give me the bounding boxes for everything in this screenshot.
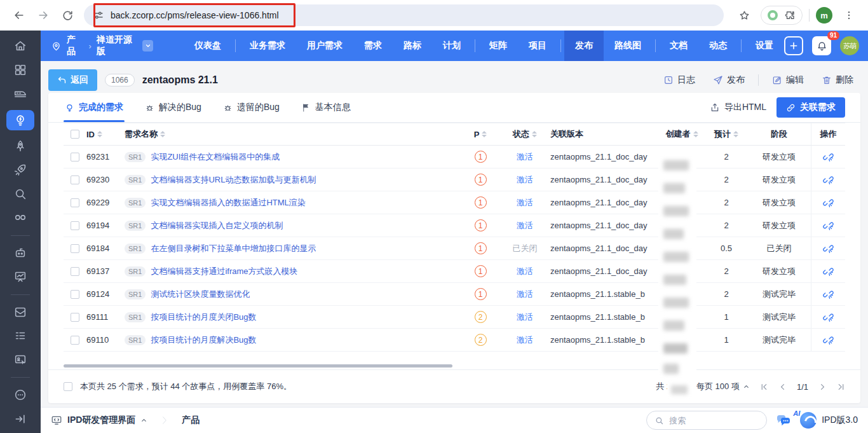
extensions-puzzle-icon[interactable] (784, 10, 796, 21)
row-checkbox[interactable] (64, 260, 86, 282)
unlink-icon[interactable] (823, 312, 834, 322)
extension-status-icon[interactable] (768, 10, 778, 20)
browser-reload-icon[interactable] (57, 5, 78, 25)
apps-grid-icon[interactable] (12, 62, 29, 78)
workspace-switcher[interactable]: IPD研发管理界面 (51, 415, 147, 426)
bi-board-icon[interactable] (12, 269, 29, 285)
home-icon[interactable] (12, 38, 29, 54)
unlink-icon[interactable] (823, 151, 834, 162)
row-checkbox[interactable] (64, 329, 86, 351)
row-checkbox[interactable] (64, 214, 86, 237)
row-checkbox[interactable] (64, 283, 86, 305)
devops-infinity-icon[interactable] (12, 210, 29, 226)
row-checkbox[interactable] (64, 191, 86, 214)
table-row[interactable]: 69231 SR1实现ZUI组件在文档编辑器中的集成 1 激活 zentaopm… (64, 146, 845, 168)
table-row[interactable]: 69111 SR1按项目统计的月度关闭Bug数 2 激活 zentaopms_2… (64, 306, 845, 329)
user-avatar[interactable]: 苏萌 (840, 36, 859, 55)
rocket-flying-icon[interactable] (12, 162, 29, 178)
column-header-priority[interactable]: P (474, 130, 487, 139)
nav-item-release[interactable]: 发布 (564, 31, 604, 61)
current-product-name[interactable]: 禅道开源版 (97, 34, 139, 57)
story-title-link[interactable]: 文档编辑器实现插入自定义项的机制 (151, 220, 283, 231)
unlink-icon[interactable] (823, 197, 834, 208)
log-button[interactable]: 日志 (656, 74, 702, 86)
bookmark-star-icon[interactable] (734, 5, 754, 25)
horizontal-scrollbar[interactable] (64, 364, 452, 368)
global-search[interactable] (646, 411, 767, 430)
unlink-icon[interactable] (823, 289, 834, 299)
nav-item-story[interactable]: 需求 (353, 31, 393, 61)
tab-left-bugs[interactable]: 遗留的Bug (222, 93, 281, 122)
prev-page-icon[interactable] (778, 383, 787, 391)
ai-robot-icon[interactable] (12, 245, 29, 261)
story-title-link[interactable]: 文档编辑器支持通过iframe方式嵌入模块 (151, 266, 297, 277)
table-row[interactable]: 69124 SR1测试统计区块度量数据优化 1 激活 zentaopms_21.… (64, 283, 845, 306)
nav-item-dynamic[interactable]: 动态 (698, 31, 738, 61)
browser-menu-kebab-icon[interactable] (839, 5, 859, 25)
column-header-id[interactable]: ID (86, 130, 102, 139)
row-checkbox[interactable] (64, 237, 86, 259)
row-checkbox[interactable] (64, 146, 86, 168)
url-text[interactable]: back.zcorp.cc/pms/release-view-1066.html (111, 10, 279, 20)
more-circle-icon[interactable] (12, 387, 29, 403)
sort-icon[interactable] (482, 131, 487, 137)
table-row[interactable]: 69194 SR1文档编辑器实现插入自定义项的机制 1 激活 zentaopms… (64, 214, 845, 237)
export-html-button[interactable]: 导出HTML (710, 102, 766, 113)
quick-create-plus-icon[interactable] (784, 36, 803, 55)
story-title-link[interactable]: 实现文档编辑器插入的数据通过HTML渲染 (151, 197, 305, 209)
column-header-name[interactable]: 需求名称 (125, 128, 165, 140)
footer-checkbox[interactable] (64, 382, 72, 391)
sort-icon[interactable] (733, 131, 738, 137)
row-checkbox[interactable] (64, 168, 86, 191)
nav-item-roadmark[interactable]: 路标 (393, 31, 432, 61)
first-page-icon[interactable] (760, 383, 768, 391)
sidebar-collapse-icon[interactable] (12, 411, 29, 427)
select-all-checkbox[interactable] (64, 123, 86, 145)
table-row[interactable]: 69137 SR1文档编辑器支持通过iframe方式嵌入模块 1 激活 zent… (64, 260, 845, 283)
per-page-select[interactable]: 每页 100 项 (696, 381, 750, 392)
table-row[interactable]: 69230 SR1文档编辑器支持URL动态数据加载与更新机制 1 激活 zent… (64, 168, 845, 191)
sort-icon[interactable] (532, 131, 537, 137)
browser-profile-avatar[interactable]: m (816, 7, 832, 24)
mail-icon[interactable] (12, 305, 29, 320)
tab-finished-stories[interactable]: 完成的需求 (64, 93, 125, 122)
publish-button[interactable]: 发布 (706, 74, 752, 86)
sort-icon[interactable] (693, 131, 698, 137)
back-button[interactable]: 返回 (48, 69, 97, 91)
bottom-breadcrumb-product[interactable]: 产品 (182, 415, 200, 426)
product-bulb-icon[interactable] (6, 110, 34, 130)
link-story-button[interactable]: 关联需求 (776, 97, 845, 118)
nav-item-roadmap[interactable]: 路线图 (604, 31, 652, 61)
story-title-link[interactable]: 按项目统计的月度解决Bug数 (151, 334, 256, 346)
last-page-icon[interactable] (837, 383, 845, 391)
tab-basic-info[interactable]: 基本信息 (300, 93, 352, 122)
chevron-down-icon[interactable] (142, 40, 153, 52)
nav-item-project[interactable]: 项目 (518, 31, 557, 61)
browser-forward-icon[interactable] (33, 5, 53, 25)
story-title-link[interactable]: 按项目统计的月度关闭Bug数 (151, 312, 256, 323)
row-checkbox[interactable] (64, 306, 86, 328)
unlink-icon[interactable] (823, 220, 834, 231)
breadcrumb-module[interactable]: 产品 (67, 34, 84, 57)
nav-item-matrix[interactable]: 矩阵 (478, 31, 518, 61)
product-switcher[interactable]: 禅道开源版 (97, 34, 153, 57)
notification-bell-icon[interactable]: 91 (812, 36, 831, 55)
search-input[interactable] (669, 416, 752, 425)
feedback-card-icon[interactable] (12, 352, 29, 368)
sort-icon[interactable] (160, 131, 165, 137)
nav-item-user-requirement[interactable]: 用户需求 (296, 31, 353, 61)
nav-item-business-requirement[interactable]: 业务需求 (239, 31, 296, 61)
story-title-link[interactable]: 在左侧目录树和下拉菜单中增加接口库的显示 (151, 243, 316, 254)
nav-item-plan[interactable]: 计划 (432, 31, 471, 61)
story-title-link[interactable]: 文档编辑器支持URL动态数据加载与更新机制 (151, 174, 316, 186)
column-header-estimate[interactable]: 预计 (714, 128, 738, 140)
next-page-icon[interactable] (818, 383, 827, 391)
tab-resolved-bugs[interactable]: 解决的Bug (144, 93, 203, 122)
rocket-icon[interactable] (12, 139, 29, 155)
table-row[interactable]: 69184 SR1在左侧目录树和下拉菜单中增加接口库的显示 1 已关闭 zent… (64, 237, 845, 260)
browser-back-icon[interactable] (9, 5, 29, 25)
ai-assistant-icon[interactable]: AI (776, 414, 791, 427)
story-title-link[interactable]: 测试统计区块度量数据优化 (151, 289, 250, 300)
edit-button[interactable]: 编辑 (765, 74, 811, 86)
unlink-icon[interactable] (823, 243, 834, 254)
